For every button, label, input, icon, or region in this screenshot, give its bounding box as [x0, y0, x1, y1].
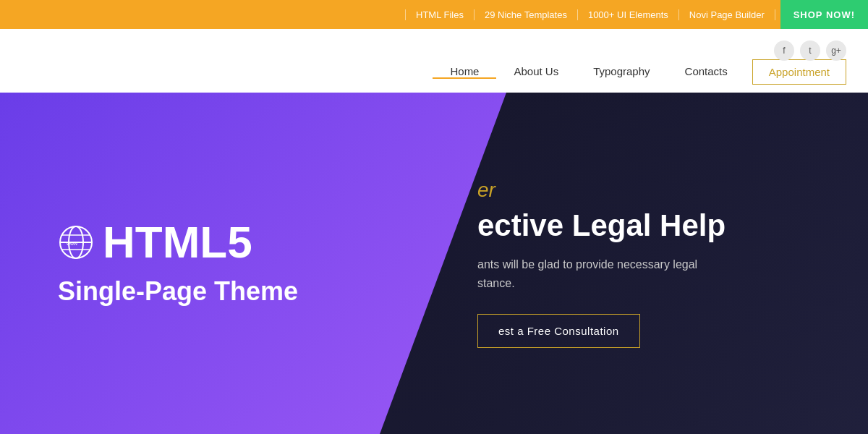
topbar-novi-builder: Novi Page Builder	[679, 9, 775, 20]
top-bar: HTML Files 29 Niche Templates 1000+ UI E…	[0, 0, 868, 29]
topbar-niche-templates: 29 Niche Templates	[475, 9, 578, 20]
hero-section: er ective Legal Help ants will be glad t…	[0, 93, 868, 434]
hero-legal-title: ective Legal Help	[477, 208, 726, 244]
top-bar-items: HTML Files 29 Niche Templates 1000+ UI E…	[405, 9, 780, 20]
nav-typography[interactable]: Typography	[576, 65, 667, 79]
nav-about-us[interactable]: About Us	[496, 65, 576, 79]
shop-now-button[interactable]: SHOP NOW!	[780, 0, 868, 29]
topbar-ui-elements: 1000+ UI Elements	[578, 9, 679, 20]
hero-legal-text: ants will be glad to provide necessary l…	[477, 255, 697, 292]
twitter-icon[interactable]: t	[800, 41, 820, 61]
globe-icon: www	[58, 224, 94, 260]
nav-contacts[interactable]: Contacts	[668, 65, 745, 79]
nav-home[interactable]: Home	[433, 65, 496, 79]
social-icons: f t g+	[774, 41, 846, 61]
hero-title: HTML5	[103, 220, 252, 265]
hero-legal-subtitle: er	[477, 179, 495, 202]
google-plus-icon[interactable]: g+	[826, 41, 846, 61]
facebook-icon[interactable]: f	[774, 41, 794, 61]
appointment-button[interactable]: Appointment	[752, 59, 846, 85]
consultation-button[interactable]: est a Free Consultation	[477, 314, 640, 348]
topbar-html-files: HTML Files	[405, 9, 475, 20]
svg-text:www: www	[66, 241, 78, 246]
hero-legal-text-line2: stance.	[477, 277, 515, 289]
hero-legal-text-line1: ants will be glad to provide necessary l…	[477, 258, 697, 271]
hero-logo-area: www HTML5	[58, 220, 252, 265]
header: f t g+ Home About Us Typography Contacts…	[0, 29, 868, 93]
hero-subtitle: Single-Page Theme	[58, 276, 298, 307]
main-nav: Home About Us Typography Contacts Appoin…	[433, 59, 846, 85]
